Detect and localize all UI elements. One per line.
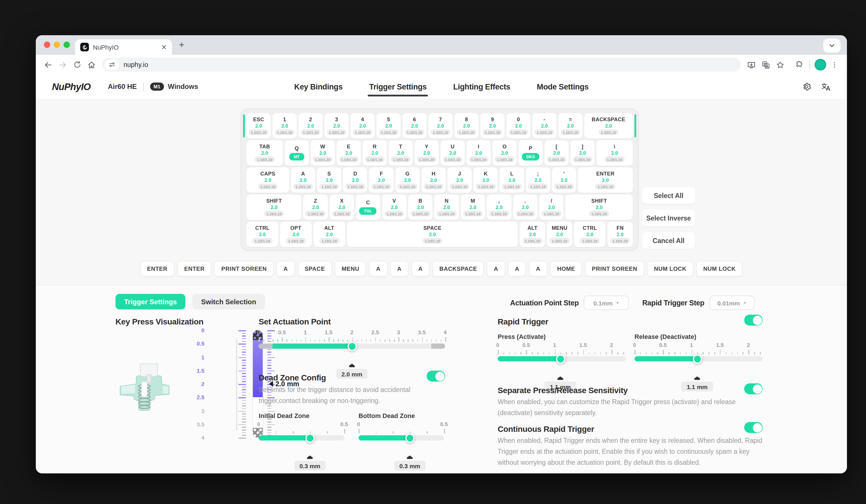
key-tab[interactable]: TAB2.01.10/1.10 [246, 140, 283, 166]
key-ctrl[interactable]: CTRL2.01.10/1.10 [246, 222, 278, 247]
url-bar[interactable]: nuphy.io [102, 58, 741, 71]
key-fn[interactable]: FN2.01.10/1.10 [607, 222, 633, 247]
slider-track[interactable] [358, 435, 444, 440]
key-j[interactable]: J2.01.10/1.10 [447, 167, 472, 193]
install-app-icon[interactable] [744, 57, 759, 72]
site-settings-tune-icon[interactable] [104, 59, 120, 70]
key-0[interactable]: 02.01.10/1.10 [506, 113, 531, 138]
actuation-point-slider[interactable]: 00.511.522.533.542.0 mm [259, 329, 445, 368]
slider-track[interactable] [498, 356, 626, 361]
binding-button-enter[interactable]: ENTER [140, 261, 174, 277]
actuation-point-step-select[interactable]: 0.1mm▼ [584, 295, 629, 310]
binding-button-print-soreen[interactable]: PRINT SOREEN [585, 261, 644, 277]
tab-search-chevron-icon[interactable] [823, 39, 841, 53]
key-alt[interactable]: ALT2.01.10/1.10 [520, 222, 545, 247]
key-p[interactable]: PDKS [519, 140, 543, 166]
new-tab-button[interactable]: + [179, 40, 185, 50]
key-7[interactable]: 72.01.10/1.10 [429, 113, 453, 138]
key-m[interactable]: M2.01.10/1.10 [461, 194, 485, 220]
key-b[interactable]: B2.01.10/1.10 [408, 194, 433, 220]
translate-icon[interactable] [759, 57, 773, 72]
key-o[interactable]: O2.01.10/1.10 [492, 140, 517, 166]
initial-dead-zone-slider[interactable]: 00.50.3 mm [259, 421, 344, 460]
bookmark-star-icon[interactable] [773, 57, 788, 72]
bottom-dead-zone-slider[interactable]: 00.50.3 mm [358, 421, 444, 460]
key-l[interactable]: L2.01.10/1.10 [500, 167, 524, 193]
key-5[interactable]: 52.01.10/1.10 [376, 113, 401, 138]
separate-sensitivity-toggle[interactable] [744, 383, 763, 394]
key-=[interactable]: =2.01.10/1.10 [558, 113, 582, 138]
key-opt[interactable]: OPT2.01.10/1.10 [280, 222, 312, 247]
tab-trigger-settings[interactable]: Trigger Settings [115, 294, 186, 310]
slider-track[interactable] [259, 344, 445, 349]
key-esc[interactable]: ESC2.01.10/1.10 [246, 113, 271, 138]
key-n[interactable]: N2.01.10/1.10 [434, 194, 459, 220]
key-9[interactable]: 92.01.10/1.10 [480, 113, 504, 138]
select-inverse-button[interactable]: Select Inverse [642, 210, 695, 226]
key-y[interactable]: Y2.01.10/1.10 [414, 140, 439, 166]
continuous-rapid-trigger-toggle[interactable] [744, 422, 763, 433]
key-s[interactable]: S2.01.10/1.10 [317, 167, 341, 193]
slider-track[interactable] [634, 356, 763, 361]
binding-button-home[interactable]: HOME [550, 261, 582, 277]
rapid-trigger-step-select[interactable]: 0.01mm▼ [710, 295, 755, 310]
binding-button-menu[interactable]: MENU [335, 261, 366, 277]
rapid-trigger-toggle[interactable] [744, 315, 763, 326]
key-][interactable]: ]2.01.10/1.10 [570, 140, 595, 166]
kebab-menu-icon[interactable] [827, 57, 842, 72]
key-[[interactable]: [2.01.10/1.10 [544, 140, 569, 166]
key-6[interactable]: 62.01.10/1.10 [402, 113, 427, 138]
binding-button-print-soreen[interactable]: PRINT SOREEN [214, 261, 274, 277]
binding-button-num-lock[interactable]: NUM LOCK [647, 261, 694, 277]
reload-icon[interactable] [70, 57, 84, 72]
key-caps[interactable]: CAPS2.01.10/1.10 [246, 167, 289, 193]
traffic-light-close[interactable] [44, 42, 50, 48]
key-'[interactable]: '2.01.10/1.10 [552, 167, 576, 193]
nav-trigger-settings[interactable]: Trigger Settings [369, 82, 427, 91]
key-c[interactable]: CTGL [356, 194, 380, 220]
key-d[interactable]: D2.01.10/1.10 [343, 167, 367, 193]
binding-button-num-lock[interactable]: NUM LOCK [696, 261, 743, 277]
key-3[interactable]: 32.01.10/1.10 [324, 113, 349, 138]
press-activate-slider[interactable]: 00.511.521.1 mm [498, 342, 626, 381]
cancel-all-button[interactable]: Cancel All [642, 232, 695, 249]
traffic-light-zoom[interactable] [64, 42, 70, 48]
nav-key-bindings[interactable]: Key Bindings [294, 82, 343, 91]
key-4[interactable]: 42.01.10/1.10 [351, 113, 375, 138]
back-icon[interactable] [41, 57, 55, 72]
profile-avatar[interactable] [813, 57, 827, 72]
key-.[interactable]: .2.01.10/1.10 [513, 194, 537, 220]
key-alt[interactable]: ALT2.01.10/1.10 [313, 222, 345, 247]
browser-tab[interactable]: NuPhyIO ✕ [75, 39, 172, 55]
extensions-icon[interactable] [792, 57, 807, 72]
key-,[interactable]: ,2.01.10/1.10 [487, 194, 511, 220]
key-\[interactable]: \2.01.10/1.10 [596, 140, 633, 166]
binding-button-space[interactable]: SPACE [298, 261, 332, 277]
binding-button-backspace[interactable]: BACKSPACE [432, 261, 484, 277]
binding-button-a[interactable]: A [411, 261, 430, 277]
key-r[interactable]: R2.01.10/1.10 [363, 140, 387, 166]
traffic-light-minimize[interactable] [54, 42, 60, 48]
select-all-button[interactable]: Select All [642, 187, 695, 204]
binding-button-a[interactable]: A [508, 261, 526, 277]
slider-track[interactable] [259, 435, 344, 440]
key-a[interactable]: A2.01.10/1.10 [291, 167, 315, 193]
key-/[interactable]: /2.01.10/1.10 [539, 194, 564, 220]
key-;[interactable]: ;2.01.10/1.10 [526, 167, 550, 193]
key-2[interactable]: 22.01.10/1.10 [299, 113, 323, 138]
tab-switch-selection[interactable]: Switch Selection [192, 294, 265, 310]
key-e[interactable]: E2.01.10/1.10 [336, 140, 361, 166]
key-ctrl[interactable]: CTRL2.01.10/1.10 [574, 222, 606, 247]
binding-button-enter[interactable]: ENTER [177, 261, 212, 277]
nav-lighting-effects[interactable]: Lighting Effects [453, 82, 510, 91]
home-icon[interactable] [84, 57, 99, 72]
key-g[interactable]: G2.01.10/1.10 [395, 167, 420, 193]
settings-gear-icon[interactable] [802, 82, 811, 91]
key-backspace[interactable]: BACKSPACE2.01.10/1.10 [584, 113, 633, 138]
key-i[interactable]: I2.01.10/1.10 [466, 140, 491, 166]
key-u[interactable]: U2.01.10/1.10 [441, 140, 465, 166]
key-x[interactable]: X2.01.10/1.10 [330, 194, 354, 220]
key-w[interactable]: W2.01.10/1.10 [311, 140, 335, 166]
binding-button-a[interactable]: A [487, 261, 505, 277]
key--[interactable]: -2.01.10/1.10 [532, 113, 557, 138]
